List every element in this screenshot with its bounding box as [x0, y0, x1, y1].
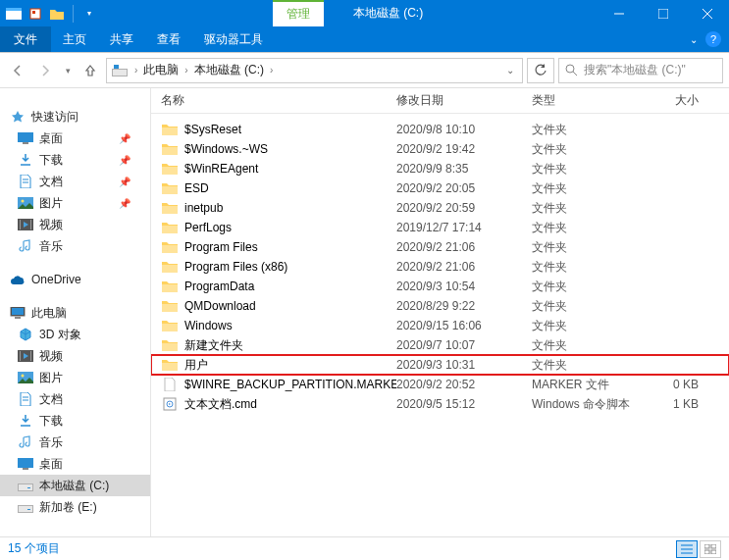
qat-newfolder-icon[interactable] [47, 4, 67, 24]
breadcrumb-this-pc[interactable]: 此电脑 [141, 62, 181, 78]
sidebar-item-desktop[interactable]: 桌面 [0, 453, 150, 475]
sidebar-item-picture[interactable]: 图片📌 [0, 192, 150, 214]
sidebar-item-document[interactable]: 文档📌 [0, 171, 150, 192]
file-name: $Windows.~WS [184, 142, 396, 156]
table-row[interactable]: Windows2020/9/15 16:06文件夹 [151, 316, 729, 335]
table-row[interactable]: QMDownload2020/8/29 9:22文件夹 [151, 296, 729, 316]
star-icon [10, 109, 26, 125]
svg-rect-14 [23, 142, 28, 144]
close-button[interactable] [685, 0, 729, 26]
address-dropdown-icon[interactable]: ⌄ [506, 65, 518, 76]
qat-separator [73, 5, 74, 23]
svg-rect-35 [23, 468, 28, 470]
search-input[interactable]: 搜索"本地磁盘 (C:)" [558, 58, 723, 83]
pin-icon: 📌 [119, 133, 130, 144]
file-type: Windows 命令脚本 [532, 396, 640, 413]
file-tab[interactable]: 文件 [0, 26, 51, 52]
minimize-button[interactable] [597, 0, 641, 26]
file-type: MARKER 文件 [532, 377, 640, 393]
sidebar-item-video[interactable]: 视频 [0, 345, 150, 367]
address-bar[interactable]: › 此电脑 › 本地磁盘 (C:) › ⌄ [106, 58, 523, 83]
column-date[interactable]: 修改日期 [396, 92, 532, 109]
sidebar-label: 本地磁盘 (C:) [39, 478, 109, 494]
crumb-sep-icon[interactable]: › [130, 65, 141, 76]
refresh-button[interactable] [527, 58, 554, 83]
table-row[interactable]: inetpub2020/9/2 20:59文件夹 [151, 198, 729, 218]
table-row[interactable]: ProgramData2020/9/3 10:54文件夹 [151, 277, 729, 296]
sidebar-item-music[interactable]: 音乐 [0, 432, 150, 453]
file-date: 2020/9/7 10:07 [396, 338, 532, 352]
crumb-sep-icon[interactable]: › [181, 65, 191, 76]
navigation-bar: ▾ › 此电脑 › 本地磁盘 (C:) › ⌄ 搜索"本地磁盘 (C:)" [0, 53, 729, 88]
svg-rect-34 [18, 458, 33, 468]
svg-rect-1 [6, 8, 22, 11]
svg-rect-22 [30, 220, 31, 229]
recent-dropdown[interactable]: ▾ [61, 59, 75, 82]
file-name: Program Files (x86) [184, 260, 396, 274]
tab-view[interactable]: 查看 [145, 26, 192, 52]
sidebar-onedrive[interactable]: OneDrive [0, 269, 150, 290]
music-icon [18, 238, 33, 254]
folder-icon [161, 318, 179, 333]
file-name: Program Files [184, 240, 396, 254]
crumb-sep-icon[interactable]: › [266, 65, 277, 76]
sidebar-quick-access[interactable]: 快速访问 [0, 106, 150, 127]
folder-icon [161, 357, 179, 373]
forward-button[interactable] [33, 59, 57, 82]
sidebar-item-music[interactable]: 音乐 [0, 235, 150, 257]
up-button[interactable] [78, 59, 102, 82]
table-row[interactable]: 用户2020/9/3 10:31文件夹 [151, 355, 729, 375]
sidebar-item-drive[interactable]: 本地磁盘 (C:) [0, 475, 150, 496]
sidebar-label: 视频 [39, 217, 63, 233]
table-row[interactable]: Program Files2020/9/2 21:06文件夹 [151, 237, 729, 257]
file-name: Windows [184, 319, 396, 332]
table-row[interactable]: 文本文档.cmd2020/9/5 15:12Windows 命令脚本1 KB [151, 394, 729, 414]
table-row[interactable]: $SysReset2020/9/8 10:10文件夹 [151, 120, 729, 139]
table-row[interactable]: ESD2020/9/2 20:05文件夹 [151, 178, 729, 198]
drive-icon [18, 478, 33, 493]
sidebar-label: 视频 [39, 348, 63, 365]
sidebar-item-download[interactable]: 下载 [0, 410, 150, 432]
svg-rect-10 [114, 65, 119, 69]
file-date: 2020/9/9 8:35 [396, 162, 532, 176]
tab-drive-tools[interactable]: 驱动器工具 [192, 26, 275, 52]
tab-home[interactable]: 主页 [51, 26, 98, 52]
table-row[interactable]: Program Files (x86)2020/9/2 21:06文件夹 [151, 257, 729, 277]
svg-rect-13 [18, 132, 33, 142]
thumbnails-view-button[interactable] [700, 540, 721, 558]
ribbon-expand-icon[interactable]: ⌄ [690, 34, 698, 45]
sidebar-item-download[interactable]: 下载📌 [0, 149, 150, 171]
help-icon[interactable]: ? [705, 31, 721, 47]
sidebar-item-drive[interactable]: 新加卷 (E:) [0, 496, 150, 518]
back-button[interactable] [6, 59, 29, 82]
table-row[interactable]: $Windows.~WS2020/9/2 19:42文件夹 [151, 139, 729, 159]
desktop-icon [18, 456, 33, 472]
explorer-icon [4, 4, 24, 24]
file-date: 2020/9/2 20:59 [396, 201, 532, 215]
column-name[interactable]: 名称 [161, 92, 396, 109]
cmd-icon [161, 396, 179, 412]
sidebar-item-picture[interactable]: 图片 [0, 367, 150, 388]
onedrive-icon [10, 272, 26, 287]
column-type[interactable]: 类型 [532, 92, 640, 109]
maximize-button[interactable] [641, 0, 685, 26]
sidebar-item-3d[interactable]: 3D 对象 [0, 324, 150, 345]
table-row[interactable]: $WINRE_BACKUP_PARTITION.MARKER2020/9/2 2… [151, 375, 729, 394]
table-row[interactable]: PerfLogs2019/12/7 17:14文件夹 [151, 218, 729, 237]
qat-dropdown-icon[interactable]: ▾ [79, 4, 99, 24]
tab-share[interactable]: 共享 [98, 26, 145, 52]
pin-icon: 📌 [119, 177, 130, 187]
file-name: PerfLogs [184, 221, 396, 234]
table-row[interactable]: 新建文件夹2020/9/7 10:07文件夹 [151, 335, 729, 355]
sidebar-item-video[interactable]: 视频 [0, 214, 150, 235]
details-view-button[interactable] [676, 540, 698, 558]
file-date: 2020/9/3 10:31 [396, 358, 532, 372]
sidebar-this-pc[interactable]: 此电脑 [0, 302, 150, 324]
sidebar-item-desktop[interactable]: 桌面📌 [0, 127, 150, 149]
table-row[interactable]: $WinREAgent2020/9/9 8:35文件夹 [151, 159, 729, 178]
column-size[interactable]: 大小 [640, 92, 699, 109]
breadcrumb-drive-c[interactable]: 本地磁盘 (C:) [192, 62, 266, 78]
sidebar-item-document[interactable]: 文档 [0, 388, 150, 410]
document-icon [18, 174, 33, 189]
qat-properties-icon[interactable] [26, 4, 45, 24]
